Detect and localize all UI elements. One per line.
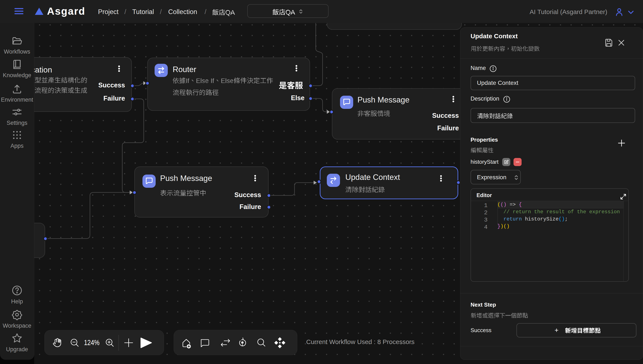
svg-text:124%: 124% (84, 338, 100, 346)
